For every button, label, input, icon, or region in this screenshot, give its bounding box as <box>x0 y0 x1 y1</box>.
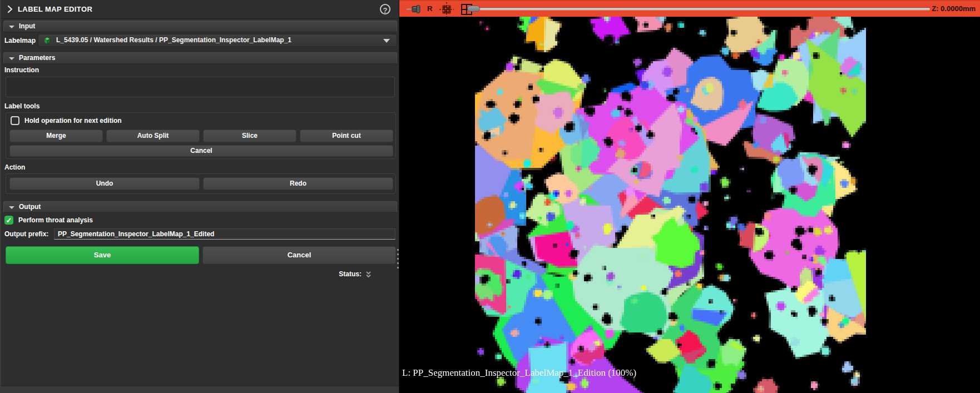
voxel-volume-icon <box>43 36 52 47</box>
label-tools-group: ✓ Hold operation for next edition Merge … <box>6 112 396 159</box>
section-label: Input <box>19 21 35 32</box>
triangle-down-icon <box>9 206 14 209</box>
instruction-label: Instruction <box>4 66 39 74</box>
section-header-input[interactable]: Input <box>3 21 397 32</box>
triangle-down-icon <box>9 26 14 28</box>
panel-header: LABEL MAP EDITOR ? <box>1 0 399 19</box>
hold-operation-checkbox[interactable]: ✓ Hold operation for next edition <box>11 116 122 125</box>
redo-button[interactable]: Redo <box>203 177 393 190</box>
cancel-tool-button[interactable]: Cancel <box>9 145 393 157</box>
pushpin-icon[interactable] <box>406 4 424 16</box>
panel-title: LABEL MAP EDITOR <box>18 0 92 18</box>
checkbox-icon[interactable]: ✓ <box>11 116 19 125</box>
labelmap-label: Labelmap <box>4 37 36 44</box>
action-group: Undo Redo <box>6 173 396 194</box>
status-row: Status: <box>1 270 397 279</box>
output-prefix-label: Output prefix: <box>4 230 48 238</box>
z-position-label: Z: 0.0000mm <box>932 1 976 17</box>
panel-bottom-strip <box>1 386 399 393</box>
tool-button-row: Merge Auto Split Slice Point cut <box>9 130 393 142</box>
z-slider-track[interactable] <box>479 8 930 10</box>
output-prefix-input[interactable] <box>54 228 395 240</box>
section-label: Output <box>19 202 41 212</box>
checkbox-icon[interactable]: ✓ <box>4 216 13 225</box>
labelmap-value: L_5439.05 / Watershed Results / PP_Segme… <box>56 34 291 46</box>
slice-grid-icon[interactable] <box>439 2 454 19</box>
merge-button[interactable]: Merge <box>9 130 103 142</box>
instruction-textarea[interactable] <box>6 77 395 97</box>
section-header-parameters[interactable]: Parameters <box>3 52 397 64</box>
action-label: Action <box>4 163 25 171</box>
viewer-toolbar: R Z: 0.0000mm <box>399 0 980 17</box>
cancel-button[interactable]: Cancel <box>202 246 396 264</box>
reset-view-button[interactable]: R <box>427 1 432 17</box>
throat-analysis-label[interactable]: Perform throat analysis <box>18 216 93 224</box>
triangle-down-icon <box>9 57 14 60</box>
double-chevron-down-icon[interactable] <box>365 271 372 281</box>
panel-splitter-handle[interactable] <box>397 249 399 270</box>
label-map-editor-panel: LABEL MAP EDITOR ? Input Labelmap L_5439… <box>0 0 399 393</box>
section-header-output[interactable]: Output <box>3 201 397 213</box>
point-cut-button[interactable]: Point cut <box>300 130 393 142</box>
save-button[interactable]: Save <box>6 246 199 264</box>
slice-viewer: R Z: 0.0000mm L: PP_Segme <box>399 0 980 393</box>
throat-analysis-checkbox[interactable]: ✓ Perform throat analysis <box>4 216 93 225</box>
viewer-overlay-label: L: PP_Segmentation_Inspector_LabelMap_1_… <box>402 367 636 379</box>
auto-split-button[interactable]: Auto Split <box>106 130 200 142</box>
labelmap-canvas[interactable] <box>475 17 866 393</box>
z-slider-handle[interactable] <box>467 6 480 12</box>
chevron-right-icon[interactable] <box>7 5 13 16</box>
hold-operation-label[interactable]: Hold operation for next edition <box>24 117 122 125</box>
label-tools-label: Label tools <box>4 102 39 110</box>
status-label: Status: <box>339 270 362 278</box>
labelmap-select[interactable]: L_5439.05 / Watershed Results / PP_Segme… <box>38 34 397 47</box>
action-button-row: Undo Redo <box>9 177 393 190</box>
chevron-down-icon <box>383 39 390 43</box>
section-label: Parameters <box>19 53 55 63</box>
slice-button[interactable]: Slice <box>203 130 296 142</box>
undo-button[interactable]: Undo <box>9 177 200 190</box>
help-icon[interactable]: ? <box>380 4 390 14</box>
